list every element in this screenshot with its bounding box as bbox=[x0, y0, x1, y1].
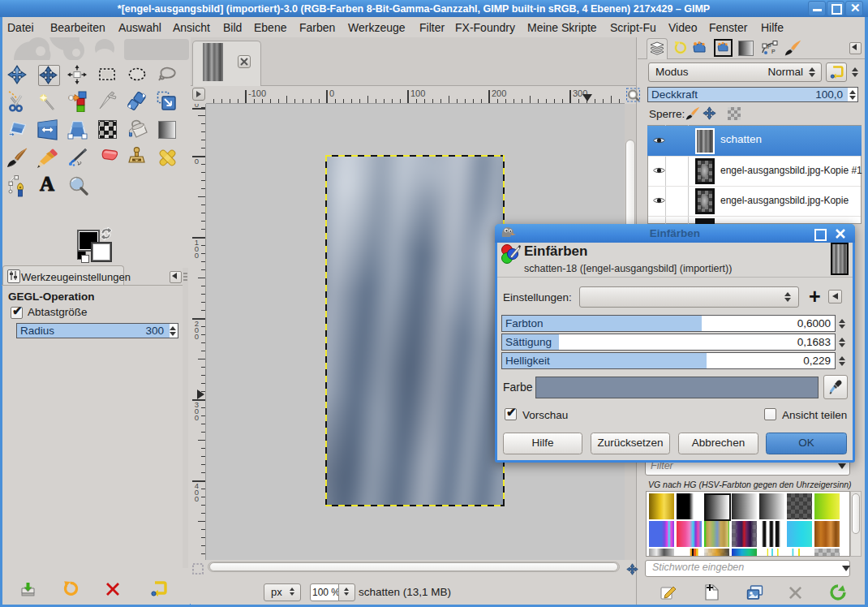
svg-text:P: P bbox=[771, 49, 776, 54]
